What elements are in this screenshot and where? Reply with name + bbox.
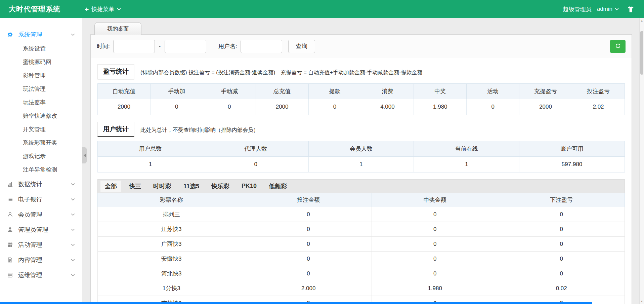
column-header: 会员人数 [308, 141, 414, 157]
chevron-down-icon [71, 213, 75, 216]
column-header: 消费 [361, 84, 414, 99]
sidebar-item-system[interactable]: 系统管理 [0, 27, 82, 42]
table-row: 河北快3000 [98, 266, 625, 281]
time-start-input[interactable] [113, 40, 155, 53]
tab-my-desktop[interactable]: 我的桌面 [94, 22, 141, 35]
lottery-table: 彩票名称投注金额中奖金额下注盈亏排列三000江苏快3000广西快3000安徽快3… [97, 193, 625, 304]
sidebar-subitem[interactable]: 系统设置 [0, 42, 82, 55]
sidebar-item-admins[interactable]: 管理员管理 [0, 222, 82, 237]
table-cell: 1.980 [372, 281, 498, 296]
table-cell: 0 [245, 266, 372, 281]
chevron-down-icon [117, 8, 121, 10]
tab-strip: 我的桌面 [90, 21, 632, 34]
column-header: 提款 [308, 84, 361, 99]
sidebar: 系统管理系统设置蜜桃源码网彩种管理玩法管理玩法赔率赔率快速修改开奖管理系统彩预开… [0, 18, 82, 304]
stat-value: 0 [308, 99, 361, 115]
stat-value: 1.980 [414, 99, 467, 115]
lottery-tab-时时彩[interactable]: 时时彩 [149, 181, 176, 192]
role-label: 超级管理员 [563, 5, 592, 13]
lottery-tab-快乐彩[interactable]: 快乐彩 [207, 181, 234, 192]
admin-icon [7, 227, 18, 232]
sidebar-subitem[interactable]: 赔率快速修改 [0, 109, 82, 123]
table-header-row: 彩票名称投注金额中奖金额下注盈亏 [98, 193, 625, 207]
sidebar-item-members[interactable]: 会员管理 [0, 207, 82, 222]
chevron-down-icon [71, 274, 75, 276]
horizontal-scrollbar-thumb[interactable] [0, 302, 592, 304]
stat-value: 2.02 [572, 99, 625, 115]
sidebar-item-bank[interactable]: 电子银行 [0, 192, 82, 207]
lottery-tab-PK10[interactable]: PK10 [237, 181, 261, 191]
user-section-title: 用户统计 [97, 122, 134, 137]
sidebar-item-label: 内容管理 [18, 256, 71, 264]
table-cell: 0 [498, 207, 625, 222]
sidebar-subitem[interactable]: 蜜桃源码网 [0, 55, 82, 69]
column-header: 投注盈亏 [572, 84, 625, 99]
column-header: 总充值 [256, 84, 308, 99]
table-row: 排列三000 [98, 207, 625, 222]
stat-value: 1 [414, 157, 519, 173]
column-header: 中奖金额 [372, 193, 498, 207]
table-row: 1011597.980 [98, 157, 625, 173]
sidebar-item-ops[interactable]: 运维管理 [0, 267, 82, 282]
table-cell: 0 [372, 207, 498, 222]
chevron-down-icon [71, 228, 75, 231]
search-button[interactable]: 查询 [288, 40, 315, 53]
stat-value: 2000 [98, 99, 151, 115]
content-card: 时间: - 用户名: 查询 盈亏统计 (排除内部会员数据) 投注盈亏 = (投注… [90, 34, 632, 304]
lottery-tab-11选5[interactable]: 11选5 [179, 181, 204, 192]
table-cell: 0 [245, 252, 372, 266]
table-row: 1分快32.0001.9800.02 [98, 281, 625, 296]
lottery-tab-bar: 全部快三时时彩11选5快乐彩PK10低频彩 [97, 179, 625, 193]
sidebar-subitem[interactable]: 彩种管理 [0, 69, 82, 82]
stat-value: 2000 [519, 99, 572, 115]
column-header: 当前在线 [414, 141, 519, 157]
column-header: 充提盈亏 [519, 84, 572, 99]
refresh-button[interactable] [610, 40, 626, 53]
sidebar-subitem[interactable]: 游戏记录 [0, 150, 82, 163]
topbar-right: 超级管理员 admin [563, 5, 644, 13]
scroll-down-arrow-icon[interactable]: ▾ [640, 299, 644, 304]
sidebar-collapse-handle[interactable] [82, 147, 87, 163]
sidebar-subitem[interactable]: 开奖管理 [0, 123, 82, 136]
sidebar-item-content[interactable]: 内容管理 [0, 252, 82, 267]
sidebar-subitem[interactable]: 玩法赔率 [0, 96, 82, 109]
sidebar-item-label: 会员管理 [18, 211, 71, 219]
username-filter-label: 用户名: [218, 42, 237, 50]
sidebar-item-stats[interactable]: 数据统计 [0, 177, 82, 192]
stat-value: 597.980 [519, 157, 625, 173]
time-end-input[interactable] [165, 40, 206, 53]
sidebar-subitem[interactable]: 系统彩预开奖 [0, 136, 82, 150]
stat-value: 0 [203, 157, 308, 173]
lottery-tab-全部[interactable]: 全部 [100, 181, 121, 192]
bank-icon [7, 197, 18, 202]
table-cell: 0 [372, 237, 498, 252]
sidebar-subitem[interactable]: 玩法管理 [0, 82, 82, 96]
vertical-scrollbar-thumb[interactable] [640, 31, 643, 75]
sidebar-subitem[interactable]: 注单异常检测 [0, 163, 82, 177]
table-header-row: 用户总数代理人数会员人数当前在线账户可用 [98, 141, 625, 157]
stat-value: 1 [98, 157, 203, 173]
table-cell: 0 [498, 237, 625, 252]
sidebar-item-label: 电子银行 [18, 195, 71, 203]
column-header: 用户总数 [98, 141, 203, 157]
table-cell: 0 [245, 237, 372, 252]
user-stats-table: 用户总数代理人数会员人数当前在线账户可用1011597.980 [97, 141, 625, 173]
sidebar-item-label: 管理员管理 [18, 226, 71, 234]
quick-menu-button[interactable]: + 快捷菜单 [85, 5, 121, 13]
sidebar-item-activity[interactable]: 活动管理 [0, 237, 82, 252]
column-header: 账户可用 [519, 141, 625, 157]
user-menu[interactable]: admin [597, 6, 619, 12]
username-input[interactable] [241, 40, 282, 53]
lottery-tab-低频彩[interactable]: 低频彩 [264, 181, 291, 192]
vertical-scrollbar[interactable]: ▴ ▾ [639, 18, 644, 304]
content-icon [7, 257, 18, 263]
scroll-up-arrow-icon[interactable]: ▴ [640, 18, 644, 23]
table-cell: 江苏快3 [98, 222, 245, 237]
profit-stats-table: 自动充值手动加手动减总充值提款消费中奖活动充提盈亏投注盈亏20000020000… [97, 83, 625, 115]
table-cell: 0 [372, 222, 498, 237]
clothes-icon[interactable] [627, 5, 635, 13]
members-icon [7, 212, 18, 217]
lottery-tab-快三[interactable]: 快三 [125, 181, 145, 192]
table-cell: 广西快3 [98, 237, 245, 252]
table-cell: 0 [498, 222, 625, 237]
